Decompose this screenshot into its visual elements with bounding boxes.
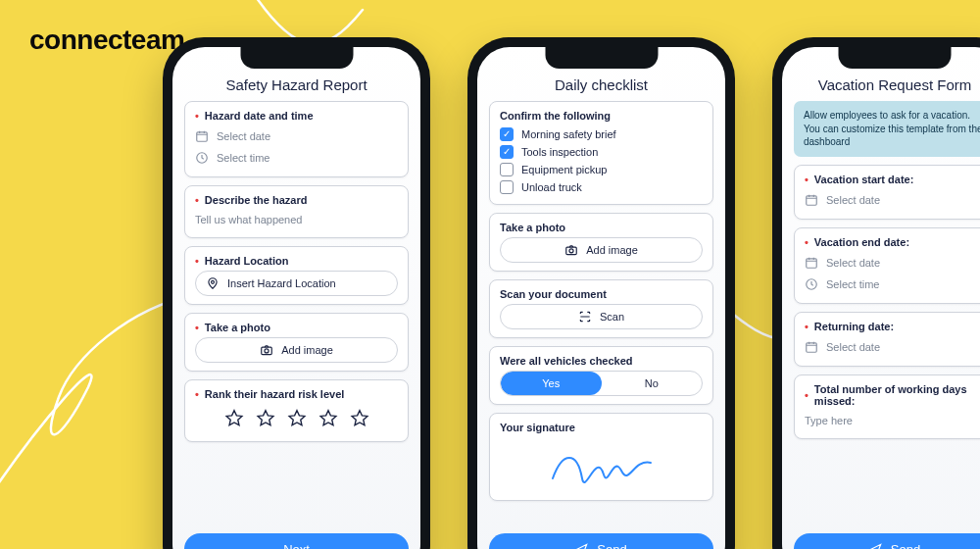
section-label: Describe the hazard bbox=[205, 194, 308, 206]
send-button[interactable]: Send bbox=[794, 533, 980, 549]
section-label: Take a photo bbox=[205, 322, 270, 333]
form-title: Daily checklist bbox=[489, 76, 713, 93]
phone-notch bbox=[240, 47, 353, 69]
svg-rect-8 bbox=[807, 258, 817, 267]
date-field[interactable]: Select date bbox=[805, 336, 980, 358]
section-label: Rank their hazard risk level bbox=[205, 388, 344, 400]
section-take-photo: •Take a photo Add image bbox=[184, 313, 409, 372]
time-placeholder: Select time bbox=[826, 278, 879, 290]
time-field[interactable]: Select time bbox=[805, 274, 980, 295]
date-field[interactable]: Select date bbox=[805, 252, 980, 274]
screen-daily-checklist: Daily checklist Confirm the following Mo… bbox=[477, 47, 725, 549]
calendar-icon bbox=[805, 193, 818, 207]
add-image-button[interactable]: Add image bbox=[195, 337, 398, 363]
star-outline-icon[interactable] bbox=[318, 408, 339, 429]
section-end-date: •Vacation end date: Select date Select t… bbox=[794, 227, 980, 304]
describe-input[interactable]: Tell us what happened bbox=[195, 210, 398, 229]
svg-rect-5 bbox=[566, 247, 577, 255]
check-row[interactable]: Equipment pickup bbox=[500, 161, 703, 178]
date-field[interactable]: Select date bbox=[195, 125, 398, 147]
scan-icon bbox=[578, 310, 592, 324]
location-input[interactable]: Insert Hazard Location bbox=[195, 271, 398, 296]
checkbox-icon[interactable] bbox=[500, 127, 514, 141]
section-hazard-datetime: •Hazard date and time Select date Select… bbox=[184, 101, 409, 177]
calendar-icon bbox=[805, 256, 818, 270]
section-scan-document: Scan your document Scan bbox=[489, 279, 713, 338]
check-label: Morning safety brief bbox=[521, 128, 616, 140]
brand-logo: connecteam bbox=[29, 25, 184, 56]
scan-label: Scan bbox=[600, 311, 624, 323]
check-row[interactable]: Tools inspection bbox=[500, 143, 703, 161]
camera-icon bbox=[260, 343, 273, 357]
check-label: Equipment pickup bbox=[521, 164, 607, 175]
svg-point-2 bbox=[212, 280, 215, 283]
send-icon bbox=[869, 542, 883, 549]
section-signature: Your signature bbox=[489, 413, 713, 501]
section-label: Scan your document bbox=[500, 288, 607, 300]
add-image-label: Add image bbox=[586, 244, 638, 256]
section-hazard-location: •Hazard Location Insert Hazard Location bbox=[184, 246, 409, 305]
checkbox-icon[interactable] bbox=[500, 163, 514, 176]
date-field[interactable]: Select date bbox=[805, 189, 980, 211]
section-label: Returning date: bbox=[814, 321, 894, 332]
scan-button[interactable]: Scan bbox=[500, 304, 703, 329]
star-rating[interactable] bbox=[195, 404, 398, 433]
date-placeholder: Select date bbox=[826, 341, 880, 353]
star-outline-icon[interactable] bbox=[223, 408, 245, 429]
star-outline-icon[interactable] bbox=[286, 408, 308, 429]
section-vehicles-check: Were all vehicles checked Yes No bbox=[489, 346, 713, 405]
section-days-missed: •Total number of working days missed: Ty… bbox=[794, 374, 980, 439]
phone-daily-checklist: Daily checklist Confirm the following Mo… bbox=[467, 37, 735, 549]
signature-pad[interactable] bbox=[500, 437, 703, 492]
location-placeholder: Insert Hazard Location bbox=[227, 277, 336, 289]
svg-rect-3 bbox=[262, 347, 272, 355]
check-row[interactable]: Morning safety brief bbox=[500, 125, 703, 143]
screen-vacation-request: Vacation Request Form Allow employees to… bbox=[782, 47, 980, 549]
checkbox-icon[interactable] bbox=[500, 145, 514, 159]
segment-yes[interactable]: Yes bbox=[501, 372, 602, 395]
add-image-button[interactable]: Add image bbox=[500, 237, 703, 263]
check-row[interactable]: Unload truck bbox=[500, 178, 703, 196]
svg-rect-0 bbox=[197, 132, 208, 141]
section-returning-date: •Returning date: Select date bbox=[794, 312, 980, 367]
svg-point-6 bbox=[569, 249, 573, 253]
section-label: Vacation end date: bbox=[814, 236, 909, 248]
date-placeholder: Select date bbox=[826, 194, 880, 206]
form-title: Vacation Request Form bbox=[794, 76, 980, 93]
calendar-icon bbox=[805, 340, 818, 354]
section-label: Take a photo bbox=[500, 222, 565, 233]
send-icon bbox=[575, 542, 589, 549]
screen-safety-report: Safety Hazard Report •Hazard date and ti… bbox=[172, 47, 420, 549]
section-confirm: Confirm the following Morning safety bri… bbox=[489, 101, 713, 205]
svg-rect-10 bbox=[807, 342, 817, 351]
phone-vacation-request: Vacation Request Form Allow employees to… bbox=[772, 37, 980, 549]
section-label: Hazard Location bbox=[205, 255, 289, 267]
days-input[interactable]: Type here bbox=[805, 411, 980, 430]
form-title: Safety Hazard Report bbox=[184, 76, 409, 93]
next-button[interactable]: Next bbox=[184, 533, 409, 549]
camera-icon bbox=[564, 243, 578, 257]
section-label: Hazard date and time bbox=[205, 110, 314, 122]
days-placeholder: Type here bbox=[805, 415, 853, 426]
star-outline-icon[interactable] bbox=[349, 408, 370, 429]
next-label: Next bbox=[283, 542, 310, 550]
phone-notch bbox=[839, 47, 952, 69]
check-label: Tools inspection bbox=[521, 146, 598, 158]
star-outline-icon[interactable] bbox=[255, 408, 276, 429]
phone-notch bbox=[545, 47, 658, 69]
phones-row: Safety Hazard Report •Hazard date and ti… bbox=[163, 37, 980, 549]
send-label: Send bbox=[597, 542, 626, 550]
time-placeholder: Select time bbox=[217, 152, 270, 164]
describe-placeholder: Tell us what happened bbox=[195, 214, 302, 225]
required-dot: • bbox=[195, 110, 199, 122]
section-label: Confirm the following bbox=[500, 110, 611, 122]
send-button[interactable]: Send bbox=[489, 533, 713, 549]
time-field[interactable]: Select time bbox=[195, 147, 398, 169]
calendar-icon bbox=[195, 129, 209, 143]
section-label: Vacation start date: bbox=[814, 174, 913, 185]
pin-icon bbox=[206, 276, 220, 290]
send-label: Send bbox=[891, 542, 920, 550]
segment-no[interactable]: No bbox=[602, 372, 703, 395]
checkbox-icon[interactable] bbox=[500, 180, 514, 194]
svg-rect-7 bbox=[807, 195, 817, 204]
